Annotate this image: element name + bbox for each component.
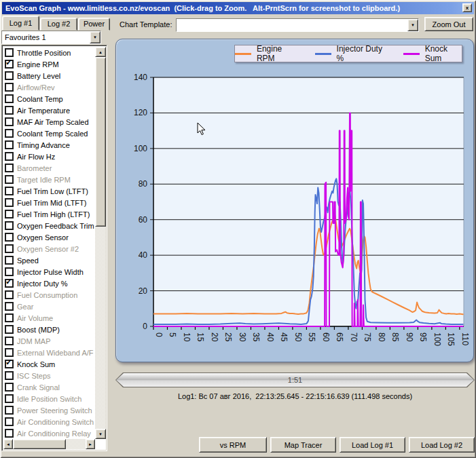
list-item[interactable]: Battery Level [3,70,95,81]
list-item[interactable]: Air Temperature [3,104,95,116]
list-item[interactable]: Injector Pulse Width [3,266,95,278]
checkbox-icon[interactable] [5,94,14,103]
time-range-slider[interactable]: 1:51 [115,373,475,387]
zoom-out-button[interactable]: Zoom Out [424,17,473,31]
list-item[interactable]: External Wideband A/F [3,347,95,358]
list-item[interactable]: Air Flow Hz [3,151,95,162]
checkbox-icon[interactable] [5,140,14,149]
checkbox-icon[interactable] [5,337,14,345]
list-item[interactable]: Gear [3,301,95,312]
list-item[interactable]: Air Conditioning Relay [3,427,95,439]
graph-plot[interactable]: 0204060801001201400510152025303540455055… [116,39,475,363]
list-item[interactable]: MAF Air Temp Scaled [3,116,95,128]
list-item[interactable]: Fuel Trim Low (LTFT) [3,185,95,197]
list-item[interactable]: Oxygen Sensor #2 [3,243,95,254]
checkbox-icon[interactable] [5,325,14,334]
list-vertical-scrollbar[interactable]: ▲ ▼ [95,47,106,439]
checkbox-icon[interactable] [5,267,14,276]
vs-rpm-button[interactable]: vs RPM [199,437,267,453]
checkbox-icon[interactable] [5,210,14,218]
checkbox-icon[interactable] [5,187,14,195]
tab-power[interactable]: Power [78,18,110,31]
favourites-combobox[interactable]: Favourites 1 ▼ [1,31,101,44]
checkbox-checked-icon[interactable]: ✓ [5,279,14,288]
list-item[interactable]: JDM MAP [3,335,95,347]
list-item[interactable]: Crank Signal [3,381,95,393]
checkbox-icon[interactable] [5,83,14,92]
checkbox-icon[interactable] [5,71,14,80]
load-log-1-button[interactable]: Load Log #1 [340,437,405,453]
checkbox-icon[interactable] [5,313,14,322]
checkbox-icon[interactable] [5,164,14,172]
list-item[interactable]: ✓Engine RPM [3,58,95,70]
checkbox-icon[interactable] [5,152,14,161]
checkbox-icon[interactable] [5,256,14,265]
list-item[interactable]: Idle Position Switch [3,393,95,404]
list-item[interactable]: Speed [3,254,95,266]
close-button[interactable]: x [462,3,472,12]
button-label: Load Log #2 [421,441,462,449]
checkbox-icon[interactable] [5,429,14,438]
checkbox-icon[interactable] [5,371,14,380]
checkbox-icon[interactable] [5,244,14,253]
chart-panel[interactable]: 0204060801001201400510152025303540455055… [115,39,474,362]
legend-label: Injector Duty % [337,44,386,63]
checkbox-icon[interactable] [5,290,14,299]
checkbox-icon[interactable] [5,348,14,357]
scroll-left-button[interactable]: ◄ [3,439,13,449]
checkbox-icon[interactable] [5,302,14,311]
list-item[interactable]: Fuel Trim High (LTFT) [3,208,95,220]
horizontal-scroll-thumb[interactable] [13,439,66,449]
list-item[interactable]: Coolant Temp Scaled [3,128,95,139]
list-item-label: ISC Steps [17,372,51,380]
checkbox-icon[interactable] [5,175,14,184]
checkbox-icon[interactable] [5,233,14,242]
chart-template-dropdown-button[interactable]: ▼ [407,19,418,31]
checkbox-icon[interactable] [5,48,14,57]
scroll-right-button[interactable]: ► [86,439,95,449]
chart-template-combobox[interactable]: ▼ [176,18,419,32]
checkbox-icon[interactable] [5,106,14,115]
list-item[interactable]: Barometer [3,162,95,174]
list-item[interactable]: ISC Steps [3,370,95,381]
close-icon: x [466,5,469,11]
load-log-2-button[interactable]: Load Log #2 [409,437,475,453]
favourites-dropdown-button[interactable]: ▼ [90,31,100,43]
list-item[interactable]: Throttle Position [3,47,95,58]
list-item[interactable]: Airflow/Rev [3,81,95,93]
list-horizontal-scrollbar[interactable]: ◄ ► [3,439,95,449]
checkbox-icon[interactable] [5,406,14,415]
checkbox-icon[interactable] [5,117,14,126]
list-item[interactable]: Target Idle RPM [3,174,95,185]
checkbox-icon[interactable] [5,221,14,230]
map-tracer-button[interactable]: Map Tracer [270,437,336,453]
list-item[interactable]: Power Steering Switch [3,404,95,416]
list-item[interactable]: Oxygen Feedback Trim [3,220,95,231]
checkbox-icon[interactable] [5,394,14,403]
list-item[interactable]: Air Volume [3,312,95,324]
list-item[interactable]: Coolant Temp [3,93,95,104]
list-item[interactable]: ✓Knock Sum [3,358,95,370]
arrow-right-icon: ► [88,442,92,446]
vertical-scroll-thumb[interactable] [95,57,106,227]
checkbox-icon[interactable] [5,417,14,426]
list-item[interactable]: Timing Advance [3,139,95,151]
checkbox-checked-icon[interactable]: ✓ [5,60,14,69]
list-item-label: Air Conditioning Switch [17,418,94,426]
tab-log-1[interactable]: Log #1 [2,16,39,31]
list-item[interactable]: Fuel Trim Mid (LTFT) [3,197,95,208]
checkbox-checked-icon[interactable]: ✓ [5,360,14,368]
scroll-up-button[interactable]: ▲ [95,47,106,57]
list-item[interactable]: Fuel Consumption [3,289,95,301]
checkbox-icon[interactable] [5,198,14,207]
svg-text:80: 80 [139,179,148,189]
checkbox-icon[interactable] [5,383,14,392]
list-item[interactable]: Boost (MDP) [3,324,95,335]
log-info-text: Log1: Вс 07 авг 2016, 22:13:25.645 - 22:… [115,392,475,400]
list-item[interactable]: ✓Injector Duty % [3,278,95,289]
list-item[interactable]: Air Conditioning Switch [3,416,95,427]
list-item[interactable]: Oxygen Sensor [3,231,95,243]
scroll-down-button[interactable]: ▼ [95,429,106,439]
tab-log-2[interactable]: Log #2 [40,18,77,31]
checkbox-icon[interactable] [5,129,14,138]
